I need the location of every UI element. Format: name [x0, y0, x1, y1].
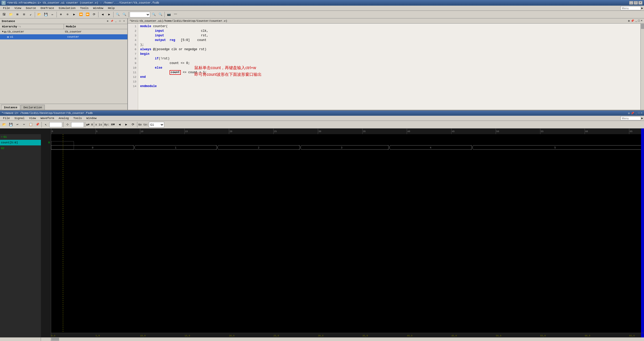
waveform-display[interactable]: 0 5 10 15 20 25 30 — [51, 129, 644, 337]
menu-help[interactable]: Help — [106, 6, 117, 10]
toolbar-btn8[interactable]: ✏ — [49, 12, 55, 18]
expand-icon[interactable]: ▼ — [2, 30, 3, 33]
panel-icon-max[interactable]: □ — [118, 19, 122, 23]
wave-pin-icon[interactable]: 📌 — [631, 112, 634, 115]
tab-declaration[interactable]: Declaration — [21, 105, 45, 110]
menu-arrow-icon[interactable]: ▶ — [641, 7, 643, 10]
wave-tb-refresh[interactable]: ⟳ — [130, 122, 136, 128]
wave-hscroll-bar[interactable] — [51, 337, 644, 341]
wave-tb-next[interactable]: ▶ — [123, 122, 129, 128]
window-controls[interactable]: _ □ × — [629, 1, 642, 5]
menu-simulation[interactable]: Simulation — [57, 6, 77, 10]
source-close-icon[interactable]: × — [641, 19, 642, 23]
wave-menu-tools[interactable]: Tools — [71, 116, 84, 120]
toolbar-btn18[interactable]: 🔍 — [121, 12, 127, 18]
toolbar-btn15[interactable]: ◀ — [99, 12, 106, 18]
wave-menu-signal[interactable]: Signal — [12, 116, 27, 120]
source-settings-icon[interactable]: ⚙ — [628, 19, 630, 23]
toolbar-open[interactable]: 📁 — [8, 12, 14, 18]
toolbar-btn12[interactable]: ⏪ — [78, 12, 84, 18]
source-vscrollbar[interactable] — [640, 24, 644, 110]
signal-g2[interactable]: G2 — [0, 145, 41, 151]
maximize-button[interactable]: □ — [634, 1, 638, 5]
wave-menu-arrow-icon[interactable]: ▶ — [641, 117, 643, 120]
menu-window[interactable]: Window — [91, 6, 105, 10]
toolbar-btn14[interactable]: ⟳ — [91, 12, 97, 18]
panel-icon-close[interactable]: × — [122, 19, 126, 23]
toolbar-search2-btn[interactable]: 🔍 — [157, 12, 163, 18]
toolbar-btn3[interactable]: ⊞ — [14, 12, 20, 18]
svg-text:20,0: 20,0 — [229, 335, 235, 337]
wave-sep6 — [137, 122, 137, 127]
svg-text:1: 1 — [175, 146, 176, 149]
instance-row-tb-counter[interactable]: ▼ 🗁 tb_counter tb_counter — [0, 29, 127, 34]
source-max-icon[interactable]: □ — [638, 19, 640, 23]
wave-menu-search[interactable] — [620, 116, 641, 120]
main-container: Instance ⚙ 📌 _ □ × Hierarchy ↑↓ Module — [0, 18, 644, 341]
wave-min-icon[interactable]: _ — [635, 112, 637, 115]
wave-tb-prev[interactable]: ◀ — [117, 122, 123, 128]
signal-count[interactable]: count[5:0] — [0, 140, 41, 145]
svg-text:55: 55 — [541, 130, 543, 133]
toolbar-new[interactable]: 🖫 — [1, 12, 7, 18]
wave-menu-window[interactable]: Window — [84, 116, 99, 120]
panel-icon-1[interactable]: ⚙ — [106, 19, 109, 23]
toolbar-btn10[interactable]: ⊙ — [64, 12, 71, 18]
wave-tb-save[interactable]: 💾 — [8, 122, 14, 128]
menu-view[interactable]: View — [12, 6, 23, 10]
panel-icon-min[interactable]: _ — [114, 19, 118, 23]
toolbar-save[interactable]: 💾 — [43, 12, 49, 18]
wave-tb-time2[interactable]: 0 — [71, 122, 84, 127]
wave-tb-folder[interactable]: 📂 — [1, 122, 7, 128]
wave-close-icon[interactable]: × — [641, 112, 642, 115]
wave-tb-undo[interactable]: ↩ — [14, 122, 20, 128]
toolbar-btn4[interactable]: ⊟ — [21, 12, 27, 18]
menu-source[interactable]: Source — [24, 6, 38, 10]
source-pin-icon[interactable]: 📌 — [631, 19, 634, 23]
toolbar-combo[interactable] — [130, 12, 150, 17]
wave-tb-ref-cursor[interactable]: ⊹ — [64, 122, 71, 128]
menu-file[interactable]: File — [1, 6, 12, 10]
toolbar-btn16[interactable]: ▶ — [106, 12, 112, 18]
wave-max-icon[interactable]: □ — [638, 112, 640, 115]
instance-row-u1[interactable]: ⊞ u1 counter — [0, 34, 127, 39]
main-menu-search[interactable] — [620, 6, 641, 10]
wave-menu-view[interactable]: View — [27, 116, 38, 120]
svg-text:50: 50 — [496, 130, 499, 133]
wave-settings-icon[interactable]: ⚙ — [628, 112, 630, 115]
code-line-6: always @(posedge clk or negedge rst) — [140, 47, 638, 52]
toolbar-open2[interactable]: 📂 — [36, 12, 42, 18]
minimize-button[interactable]: _ — [629, 1, 633, 5]
toolbar-btn5[interactable]: ↙ — [28, 12, 34, 18]
scrollbar-thumb[interactable] — [641, 24, 644, 29]
toolbar-btn17[interactable]: 🔍 — [115, 12, 121, 18]
tab-instance[interactable]: Instance — [1, 105, 20, 110]
wave-menu-analog[interactable]: Analog — [57, 116, 71, 120]
toolbar-btn9[interactable]: ⊕ — [58, 12, 64, 18]
source-tab-title[interactable]: *Src1:tb_counter.u1(/home/lcd11/Desktop/… — [129, 19, 227, 23]
wave-tb-cursor[interactable]: ↖ — [43, 122, 49, 128]
wave-goto-select[interactable]: G1 — [149, 122, 164, 127]
toolbar-screenshot[interactable]: 📷 — [166, 12, 172, 18]
close-button[interactable]: × — [638, 1, 642, 5]
wave-tb-copy[interactable]: 📋 — [28, 122, 34, 128]
menu-onetrace[interactable]: OneTrace — [38, 6, 56, 10]
menu-tools[interactable]: Tools — [78, 6, 91, 10]
wave-menu-waveform[interactable]: Waveform — [38, 116, 56, 120]
toolbar-search-btn[interactable]: 🔍 — [151, 12, 157, 18]
highlighted-count[interactable]: count — [170, 70, 181, 75]
toolbar-btn11[interactable]: ▶ — [71, 12, 77, 18]
wave-tb-cut[interactable]: ✂ — [21, 122, 27, 128]
wave-tb-time1[interactable]: 0 — [49, 122, 62, 127]
wave-tb-paste[interactable]: 📌 — [34, 122, 40, 128]
wave-tb-by-combo[interactable]: ⊞▼ — [110, 122, 116, 128]
panel-icon-2[interactable]: 📌 — [110, 19, 114, 23]
toolbar-wave[interactable]: 〰 — [172, 12, 179, 18]
wave-hscroll-thumb[interactable] — [51, 338, 59, 341]
toolbar-btn13[interactable]: ⏩ — [84, 12, 91, 18]
line-3: 3 — [128, 33, 138, 38]
source-min-icon[interactable]: _ — [635, 19, 637, 23]
signal-g1[interactable]: = G1 — [0, 134, 41, 140]
svg-text:45: 45 — [452, 130, 455, 133]
wave-menu-file[interactable]: File — [1, 116, 12, 120]
